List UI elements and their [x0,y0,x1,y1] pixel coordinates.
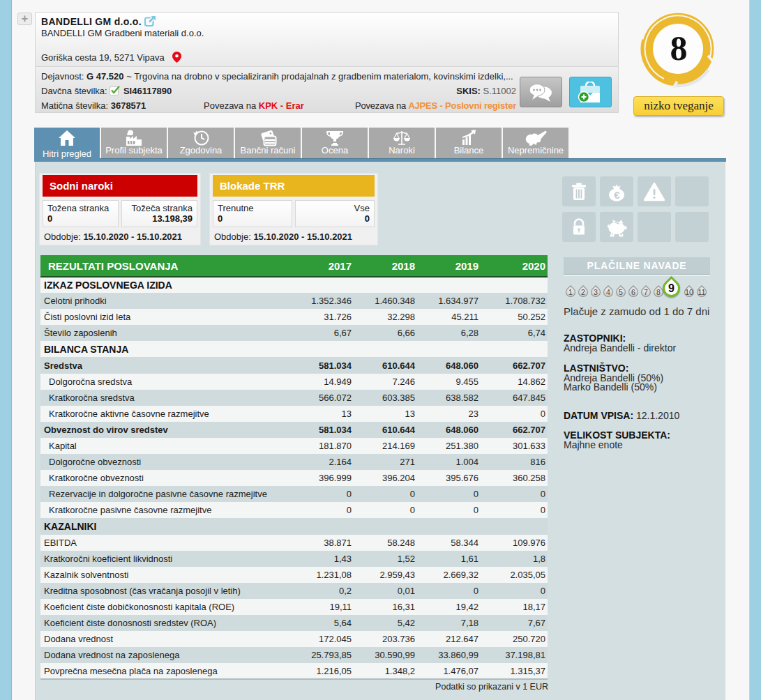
svg-text:€: € [614,189,620,201]
